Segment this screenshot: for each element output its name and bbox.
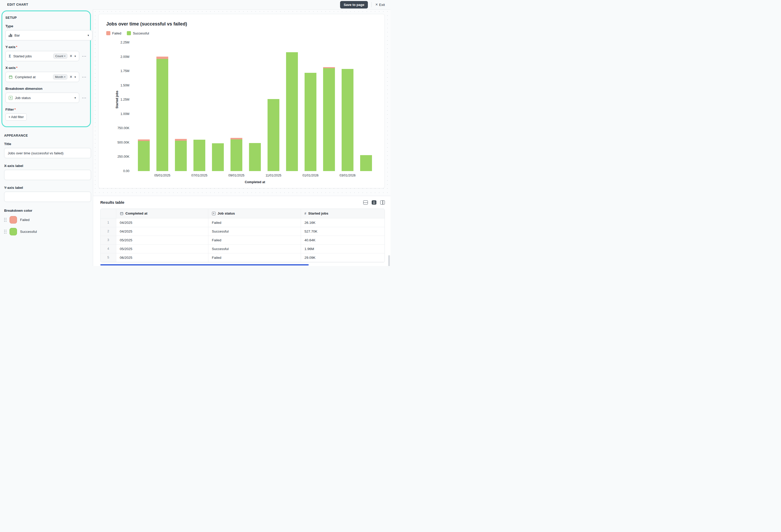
bar-segment-successful[interactable]	[249, 143, 261, 171]
bar-12-2025[interactable]	[286, 42, 298, 171]
legend-item[interactable]: Failed	[106, 31, 121, 35]
x-axis-more-button[interactable]: ⋯	[82, 74, 86, 80]
bar-segment-successful[interactable]	[268, 99, 279, 171]
completed-at-header[interactable]: Completed at	[116, 209, 208, 218]
bar-slot	[153, 42, 172, 171]
bar-09-2025[interactable]	[231, 42, 242, 171]
bar-segment-successful[interactable]	[286, 52, 298, 171]
table-row[interactable]: 104/2025Failed26.16K	[100, 218, 384, 227]
table-row[interactable]: 506/2025Failed29.09K	[100, 253, 384, 262]
vertical-scrollbar[interactable]	[388, 255, 390, 266]
bar-segment-successful[interactable]	[231, 139, 242, 171]
x-tick-label: 09/01/2025	[227, 174, 246, 177]
color-swatch[interactable]	[9, 228, 17, 235]
started-jobs-cell: 527.70K	[301, 227, 384, 236]
bar-segment-successful[interactable]	[194, 140, 205, 171]
x-tick-label	[209, 174, 227, 177]
bar-segment-successful[interactable]	[304, 73, 317, 171]
table-view-icon[interactable]	[372, 200, 376, 205]
chart-title: Jobs over time (successful vs failed)	[106, 22, 377, 27]
exit-label: Exit	[379, 3, 385, 7]
job-status-cell: Successful	[208, 227, 301, 236]
top-bar-actions: Save to page × Exit	[340, 1, 385, 8]
calendar-icon	[120, 212, 123, 215]
bar-05-2025[interactable]	[156, 42, 168, 171]
bar-04-2026[interactable]	[360, 42, 372, 171]
x-axis-field[interactable]: Completed at Month▾ × ▾	[5, 72, 79, 82]
y-axis-label-input[interactable]	[4, 192, 91, 202]
bar-07-2025[interactable]	[194, 42, 205, 171]
breakdown-more-button[interactable]: ⋯	[82, 95, 86, 100]
completed-at-cell: 05/2025	[116, 236, 208, 244]
breakdown-color-row: Successful	[4, 228, 89, 235]
text-field-icon: A	[212, 212, 215, 215]
x-axis-label-input[interactable]	[4, 170, 91, 180]
y-axis-label-label: Y-axis label	[4, 186, 89, 190]
y-axis-label: Y-axis*	[5, 45, 86, 49]
required-asterisk: *	[16, 66, 17, 70]
save-to-page-button[interactable]: Save to page	[340, 1, 368, 8]
bar-segment-successful[interactable]	[342, 69, 354, 171]
y-tick-label: 1.50M	[120, 84, 129, 87]
x-tick-label: 03/01/2026	[338, 174, 357, 177]
table-row[interactable]: 204/2025Successful527.70K	[100, 227, 384, 236]
title-input[interactable]	[4, 148, 91, 158]
chevron-down-icon[interactable]: ▾	[74, 96, 76, 99]
job-status-header[interactable]: A Job status	[208, 209, 301, 218]
table-row[interactable]: 405/2025Successful1.96M	[100, 244, 384, 253]
edit-chart-page: EDIT CHART Save to page × Exit SETUP Typ…	[0, 0, 390, 266]
text-field-icon: A	[9, 96, 13, 100]
breakdown-select[interactable]: A Job status ▾	[5, 93, 79, 103]
y-tick-label: 1.25M	[120, 98, 129, 101]
filter-label: Filter*	[5, 108, 86, 111]
bar-11-2025[interactable]	[268, 42, 279, 171]
x-tick-label	[172, 174, 190, 177]
results-table-heading: Results table	[100, 200, 124, 205]
bar-segment-successful[interactable]	[323, 68, 335, 171]
required-asterisk: *	[14, 108, 16, 111]
horizontal-scrollbar[interactable]	[100, 264, 309, 265]
started-jobs-cell: 29.09K	[301, 253, 384, 262]
bar-segment-successful[interactable]	[138, 141, 150, 171]
row-number-cell: 2	[100, 227, 116, 236]
bar-01-2026[interactable]	[304, 42, 317, 171]
bar-03-2026[interactable]	[342, 42, 354, 171]
table-row[interactable]: 305/2025Failed40.64K	[100, 236, 384, 244]
bar-segment-successful[interactable]	[156, 59, 168, 171]
clear-icon[interactable]: ×	[70, 54, 72, 58]
bar-segment-successful[interactable]	[212, 143, 224, 171]
bar-08-2025[interactable]	[212, 42, 224, 171]
row-view-icon[interactable]	[363, 200, 368, 205]
clear-icon[interactable]: ×	[70, 75, 72, 79]
sidebar: SETUP Type Bar ▾ Y-axis* Σ Started jobs	[0, 9, 93, 266]
bar-02-2026[interactable]	[323, 42, 335, 171]
legend-item[interactable]: Successful	[127, 31, 149, 35]
y-axis-more-button[interactable]: ⋯	[82, 53, 86, 59]
bar-segment-successful[interactable]	[175, 141, 187, 171]
chevron-down-icon[interactable]: ▾	[74, 54, 76, 58]
add-filter-button[interactable]: + Add filter	[5, 114, 27, 121]
color-swatch[interactable]	[9, 216, 17, 223]
chart-area: Started jobs 0.00250.00K500.00K750.00K1.…	[106, 42, 377, 177]
chart-type-select[interactable]: Bar ▾	[5, 30, 92, 40]
y-tick-label: 750.00K	[117, 126, 129, 130]
exit-button[interactable]: × Exit	[375, 3, 385, 7]
bar-segment-successful[interactable]	[360, 155, 372, 171]
chart-card[interactable]: Jobs over time (successful vs failed) Fa…	[98, 14, 385, 188]
bar-10-2025[interactable]	[249, 42, 261, 171]
x-axis-bucket-pill[interactable]: Month▾	[53, 74, 68, 80]
bar-04-2025[interactable]	[138, 42, 150, 171]
y-axis-aggregation-pill[interactable]: Count▾	[53, 53, 68, 59]
drag-handle-icon[interactable]	[4, 218, 6, 222]
y-tick-label: 500.00K	[117, 141, 129, 144]
breakdown-color-list: FailedSuccessful	[4, 216, 89, 235]
drag-handle-icon[interactable]	[4, 230, 6, 234]
x-tick-label: 01/01/2026	[301, 174, 320, 177]
bar-06-2025[interactable]	[175, 42, 187, 171]
chevron-down-icon[interactable]: ▾	[74, 75, 76, 79]
started-jobs-header[interactable]: # Started jobs	[301, 209, 384, 218]
column-view-icon[interactable]	[380, 200, 385, 205]
required-asterisk: *	[16, 45, 17, 49]
y-axis-field[interactable]: Σ Started jobs Count▾ × ▾	[5, 51, 79, 61]
bar-segment-failed[interactable]	[156, 56, 168, 59]
